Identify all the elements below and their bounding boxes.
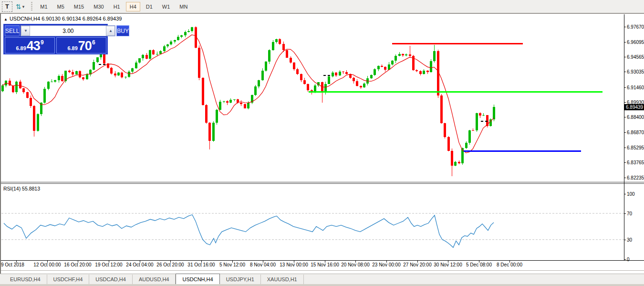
rsi-axis-tick <box>624 259 626 260</box>
time-axis-label: 26 Oct 20:00 <box>156 262 184 267</box>
time-axis-label: 23 Nov 00:00 <box>372 262 401 267</box>
price-axis-tick <box>624 148 626 148</box>
price-axis-tick <box>624 117 626 117</box>
chart-tab-usdjpy-h1[interactable]: USDJPY,H1 <box>220 275 261 284</box>
price-axis-tick <box>624 162 626 163</box>
toolbar-grip <box>31 2 32 11</box>
volume-increase-button[interactable]: ▲ <box>106 26 115 36</box>
rsi-axis-label: 70 <box>627 211 632 216</box>
rsi-pane <box>1 213 624 247</box>
chevron-down-icon: ▾ <box>22 4 25 9</box>
sell-price-prefix: 6.89 <box>16 45 26 51</box>
time-axis-label: 31 Oct 16:00 <box>187 262 215 267</box>
volume-input[interactable] <box>30 26 106 36</box>
price-axis-label: 6.82235 <box>627 175 644 180</box>
time-axis-label: 30 Nov 12:00 <box>434 262 462 267</box>
dashed-trendline-marks <box>99 64 488 121</box>
price-axis-label: 6.85295 <box>627 145 644 150</box>
timeframe-button-m5[interactable]: M5 <box>53 2 68 11</box>
price-axis-tick <box>624 42 626 42</box>
rsi-axis-label: 0 <box>627 257 630 262</box>
timeframe-button-h1[interactable]: H1 <box>110 2 124 11</box>
buy-price-box[interactable]: 6.89 70 6 <box>56 37 106 53</box>
timeframe-group: M1M5M15M30H1H4D1W1MN <box>35 2 192 11</box>
time-axis-label: 24 Oct 04:00 <box>126 262 153 267</box>
text-tool-icon: T <box>5 3 9 10</box>
symbol-header-text: USDCNH,H4 6.90130 6.90134 6.89264 6.8943… <box>10 16 122 21</box>
toolbar: T ⇅ ▾ M1M5M15M30H1H4D1W1MN <box>0 0 644 13</box>
price-axis-label: 6.93035 <box>627 69 644 74</box>
timeframe-button-w1[interactable]: W1 <box>158 2 174 11</box>
rsi-axis-label: 30 <box>627 237 632 243</box>
time-axis-label: 5 Dec 08:00 <box>466 262 492 267</box>
time-axis-label: 13 Nov 00:00 <box>280 262 308 267</box>
time-axis-label: 20 Nov 08:00 <box>341 262 370 267</box>
rsi-axis-tick <box>624 213 626 214</box>
timeframe-button-d1[interactable]: D1 <box>142 2 156 11</box>
rsi-indicator-label: RSI(14) 55.8813 <box>3 186 40 191</box>
buy-price-point: 6 <box>92 39 95 46</box>
chart-tab-bar: EURUSD,H4USDCHF,H4USDCAD,H4AUDUSD,H4USDC… <box>0 274 644 284</box>
volume-decrease-button[interactable]: ▼ <box>21 26 30 36</box>
time-axis-label: 16 Oct 20:00 <box>64 262 91 267</box>
symbol-header: ▲USDCNH,H4 6.90130 6.90134 6.89264 6.894… <box>4 16 122 21</box>
sell-price-pips: 43 <box>27 40 40 53</box>
time-axis-label: 15 Nov 16:00 <box>311 262 339 267</box>
rsi-axis-tick <box>624 194 626 194</box>
price-axis-tick <box>624 87 626 88</box>
price-axis-label: 6.91460 <box>627 85 644 90</box>
text-tool-button[interactable]: T <box>2 1 12 12</box>
price-axis-tick <box>624 57 626 57</box>
time-axis-label: 8 Dec 00:00 <box>497 262 522 267</box>
chart-tab-xauusd-h1[interactable]: XAUUSD,H1 <box>261 275 304 284</box>
time-axis-label: 9 Oct 2018 <box>1 262 24 267</box>
time-axis-label: 27 Nov 20:00 <box>403 262 432 267</box>
price-axis-label: 6.86870 <box>627 130 644 135</box>
rsi-line <box>4 215 494 248</box>
chart-tab-usdcnh-h4[interactable]: USDCNH,H4 <box>176 274 219 284</box>
chart-shift-icon: ⇅ <box>16 3 21 11</box>
price-axis-label: 6.96095 <box>627 40 644 45</box>
buy-price-prefix: 6.89 <box>67 45 77 51</box>
price-axis-tick <box>624 178 626 178</box>
price-axis-label: 6.97670 <box>627 24 644 30</box>
window-left-border <box>0 13 1 286</box>
sell-price-box[interactable]: 6.89 43 9 <box>5 37 55 53</box>
chart-tab-audusd-h4[interactable]: AUDUSD,H4 <box>133 275 176 284</box>
time-axis-label: 8 Nov 04:00 <box>250 262 276 267</box>
timeframe-button-mn[interactable]: MN <box>176 2 191 11</box>
buy-price-pips: 70 <box>78 40 92 53</box>
buy-button[interactable]: BUY <box>116 25 129 36</box>
price-axis-label: 6.83765 <box>627 160 644 165</box>
current-price-badge: 6.89439 <box>624 104 644 110</box>
rsi-axis-tick <box>624 240 626 240</box>
sell-price-point: 9 <box>41 39 44 46</box>
collapse-triangle-icon: ▲ <box>4 17 8 21</box>
chart-tab-usdcad-h4[interactable]: USDCAD,H4 <box>89 275 133 284</box>
sell-button[interactable]: SELL <box>5 25 20 36</box>
volume-stepper: ▼ ▲ <box>21 25 115 36</box>
price-axis-tick <box>624 27 626 27</box>
time-axis-label: 5 Nov 12:00 <box>219 262 245 267</box>
rsi-axis-label: 100 <box>627 191 635 197</box>
timeframe-button-h4[interactable]: H4 <box>126 2 140 11</box>
chart-tab-eurusd-h4[interactable]: EURUSD,H4 <box>4 275 47 284</box>
price-axis-tick <box>624 72 626 72</box>
one-click-trade-panel: SELL ▼ ▲ BUY 6.89 43 9 6.89 70 6 <box>3 24 108 54</box>
mt4-window: T ⇅ ▾ M1M5M15M30H1H4D1W1MN ▲USDCNH,H4 6.… <box>0 0 644 286</box>
price-axis-tick <box>624 102 626 103</box>
time-axis-label: 19 Oct 12:00 <box>95 262 122 267</box>
chart-shift-button[interactable]: ⇅ ▾ <box>13 1 27 12</box>
timeframe-button-m15[interactable]: M15 <box>70 2 88 11</box>
status-strip <box>0 284 644 286</box>
price-axis-label: 6.88400 <box>627 115 644 120</box>
time-axis-label: 12 Oct 00:00 <box>33 262 61 267</box>
price-axis-tick <box>624 132 626 133</box>
horizontal-lines[interactable] <box>309 44 602 151</box>
timeframe-button-m1[interactable]: M1 <box>36 2 51 11</box>
price-axis-label: 6.94565 <box>627 54 644 60</box>
chart-tab-usdchf-h4[interactable]: USDCHF,H4 <box>47 275 90 284</box>
timeframe-button-m30[interactable]: M30 <box>90 2 107 11</box>
